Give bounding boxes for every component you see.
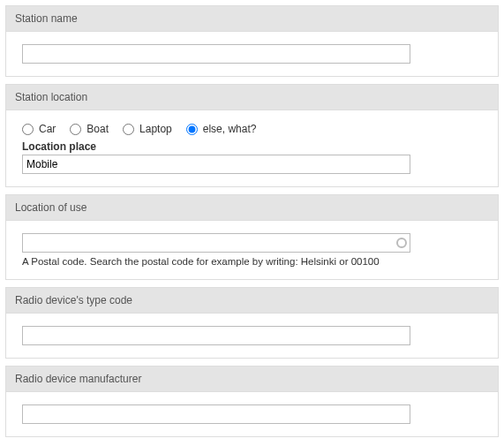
- location-of-use-input[interactable]: [22, 233, 410, 253]
- radio-else[interactable]: [186, 124, 198, 135]
- radio-option-else[interactable]: else, what?: [186, 123, 257, 135]
- radio-option-laptop[interactable]: Laptop: [123, 123, 172, 135]
- radio-option-boat[interactable]: Boat: [70, 123, 109, 135]
- section-header-type-code: Radio device's type code: [6, 288, 498, 314]
- section-manufacturer: Radio device manufacturer: [5, 366, 499, 437]
- radio-laptop[interactable]: [123, 124, 134, 135]
- section-header-station-name: Station name: [6, 6, 498, 32]
- section-station-name: Station name: [5, 5, 499, 77]
- radio-option-car[interactable]: Car: [22, 123, 56, 135]
- section-location-of-use: Location of use A Postal code. Search th…: [5, 194, 499, 280]
- section-header-location-of-use: Location of use: [6, 195, 498, 221]
- section-station-location: Station location Car Boat Laptop else, w…: [5, 84, 499, 187]
- radio-label-car: Car: [39, 123, 56, 135]
- radio-car[interactable]: [22, 124, 34, 135]
- location-place-input[interactable]: [22, 155, 410, 174]
- location-place-label: Location place: [22, 140, 482, 153]
- station-location-radio-group: Car Boat Laptop else, what?: [22, 123, 482, 135]
- manufacturer-input[interactable]: [22, 404, 410, 424]
- loading-spinner-icon: [396, 238, 407, 248]
- radio-label-laptop: Laptop: [139, 123, 172, 135]
- type-code-input[interactable]: [22, 326, 410, 345]
- section-header-manufacturer: Radio device manufacturer: [6, 367, 498, 392]
- station-name-input[interactable]: [22, 44, 410, 64]
- location-of-use-helper: A Postal code. Search the postal code fo…: [22, 256, 482, 267]
- section-header-station-location: Station location: [6, 85, 498, 110]
- radio-boat[interactable]: [70, 124, 81, 135]
- radio-label-boat: Boat: [87, 123, 109, 135]
- radio-label-else: else, what?: [203, 123, 257, 135]
- section-type-code: Radio device's type code: [5, 287, 499, 359]
